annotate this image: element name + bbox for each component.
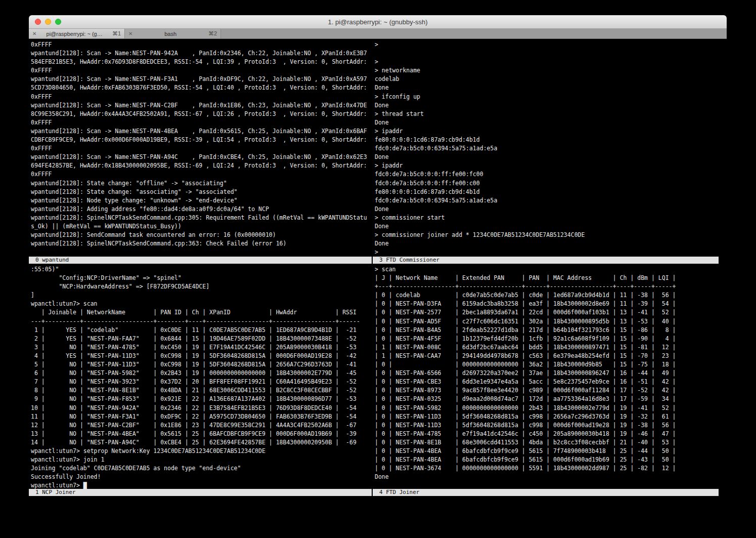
pane-ncp-joiner[interactable]: :55:05)" "Config:NCP:DriverName" => "spi… [29, 264, 372, 489]
pane-caption-ftd-joiner: 4 FTD Joiner [373, 489, 719, 496]
tab-ssh-session[interactable]: ✕ pi@raspberrypi: ~ (g… ⌘1 [29, 29, 125, 38]
minimize-window-button[interactable] [45, 19, 51, 25]
pane-caption-ftd-commissioner: 3 FTD Commissioner [373, 257, 719, 264]
tab-shortcut: ⌘2 [208, 30, 217, 37]
tab-shortcut: ⌘1 [112, 30, 121, 37]
window-titlebar[interactable]: 1. pi@raspberrypi: ~ (gnubby-ssh) [29, 15, 727, 29]
close-window-button[interactable] [35, 19, 41, 25]
close-tab-icon[interactable]: ✕ [32, 31, 36, 36]
tab-bash[interactable]: ✕ bash ⌘2 [125, 29, 221, 38]
ncp-joiner-output: :55:05)" "Config:NCP:DriverName" => "spi… [29, 264, 372, 489]
traffic-lights [35, 15, 61, 28]
tab-label: bash [136, 31, 205, 37]
terminal-area: 0xFFFF wpantund[2128]: Scan -> Name:NEST… [29, 39, 727, 538]
tab-label: pi@raspberrypi: ~ (g… [39, 31, 109, 37]
zoom-window-button[interactable] [55, 19, 61, 25]
pane-caption-wpantund: 0 wpantund [29, 257, 372, 264]
terminal-window: 1. pi@raspberrypi: ~ (gnubby-ssh) ✕ pi@r… [29, 15, 727, 538]
tab-bar: ✕ pi@raspberrypi: ~ (g… ⌘1 ✕ bash ⌘2 [29, 29, 727, 39]
close-tab-icon[interactable]: ✕ [128, 31, 132, 36]
pane-caption-ncp-joiner: 1 NCP Joiner [29, 489, 372, 496]
ftd-commissioner-output: > > > networkname codelab Done > ifconfi… [373, 39, 727, 257]
wpantund-output: 0xFFFF wpantund[2128]: Scan -> Name:NEST… [29, 39, 372, 248]
window-title: 1. pi@raspberrypi: ~ (gnubby-ssh) [328, 18, 427, 26]
ftd-joiner-output: > scan | J | Network Name | Extended PAN… [373, 264, 727, 481]
pane-ftd-joiner[interactable]: > scan | J | Network Name | Extended PAN… [373, 264, 727, 489]
pane-ftd-commissioner[interactable]: > > > networkname codelab Done > ifconfi… [373, 39, 727, 257]
pane-wpantund[interactable]: 0xFFFF wpantund[2128]: Scan -> Name:NEST… [29, 39, 372, 257]
